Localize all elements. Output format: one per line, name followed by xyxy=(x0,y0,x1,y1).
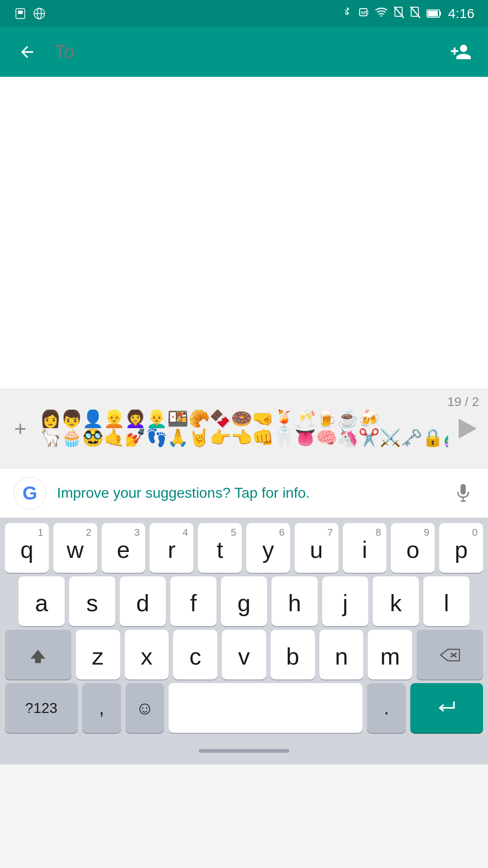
emoji-row-1: 👩👦👤👱👩‍🦱👱‍♂️🍱🥐🍫🍩🤜🍹🥂🍺☕🍻 xyxy=(40,410,380,429)
key-u[interactable]: 7u xyxy=(295,523,338,573)
globe-icon xyxy=(33,7,46,20)
keyboard-row-bottom: ?123 , ☺ . xyxy=(0,683,488,733)
svg-text:NFC: NFC xyxy=(361,10,369,15)
key-k[interactable]: k xyxy=(373,576,419,626)
back-button[interactable] xyxy=(14,38,41,66)
no-sim1-icon xyxy=(394,6,404,21)
key-i[interactable]: 8i xyxy=(343,523,387,573)
nfc-icon: NFC xyxy=(358,7,369,20)
keyboard-row-asdf: a s d f g h j k l xyxy=(0,576,488,626)
key-r[interactable]: 4r xyxy=(150,523,193,573)
emoji-key[interactable]: ☺ xyxy=(126,683,164,733)
google-logo: G xyxy=(14,477,46,509)
no-sim2-icon xyxy=(410,6,420,21)
add-person-icon xyxy=(450,41,472,63)
suggestion-text[interactable]: Improve your suggestions? Tap for info. xyxy=(57,485,441,501)
key-b[interactable]: b xyxy=(271,630,315,679)
keyboard-row-qwerty: 1q 2w 3e 4r 5t 6y 7u 8i 9o 0p xyxy=(0,523,488,573)
key-w[interactable]: 2w xyxy=(53,523,97,573)
key-j[interactable]: j xyxy=(322,576,368,626)
status-time: 4:16 xyxy=(448,6,474,21)
backspace-key[interactable] xyxy=(417,630,483,679)
key-l[interactable]: l xyxy=(423,576,469,626)
add-person-button[interactable] xyxy=(447,38,474,66)
shift-key[interactable] xyxy=(5,630,71,679)
mic-icon[interactable] xyxy=(452,482,474,505)
svg-rect-15 xyxy=(460,484,466,494)
status-bar: NFC 4:16 xyxy=(0,0,488,27)
nav-handle xyxy=(199,749,289,753)
key-n[interactable]: n xyxy=(319,630,364,679)
status-left-icons xyxy=(14,7,46,20)
key-x[interactable]: x xyxy=(125,630,169,679)
key-v[interactable]: v xyxy=(222,630,266,679)
status-right-icons: NFC 4:16 xyxy=(343,6,474,21)
bottom-nav-bar xyxy=(0,737,488,764)
send-triangle-icon xyxy=(459,419,477,439)
bluetooth-icon xyxy=(343,6,352,21)
emoji-plus-button[interactable]: + xyxy=(5,413,36,444)
key-y[interactable]: 6y xyxy=(246,523,290,573)
svg-rect-13 xyxy=(440,12,441,15)
to-input[interactable] xyxy=(54,41,434,63)
emoji-row-2: 🦙🧁🥸🤙💅👣🙏🤘👉👈👊🦷👅🧠🦄✂️⚔️🗝️🔒🧬🫧🪣🧴🧪🔥🆒🆘🆓🆚🈚🈴 xyxy=(40,429,448,448)
key-c[interactable]: c xyxy=(173,630,217,679)
key-z[interactable]: z xyxy=(76,630,120,679)
app-bar xyxy=(0,27,488,77)
space-key[interactable] xyxy=(169,683,362,733)
keyboard: 1q 2w 3e 4r 5t 6y 7u 8i 9o 0p a s d f g … xyxy=(0,518,488,764)
num-switch-key[interactable]: ?123 xyxy=(5,683,78,733)
wifi-icon xyxy=(375,7,388,20)
emoji-scroll-area[interactable]: 👩👦👤👱👩‍🦱👱‍♂️🍱🥐🍫🍩🤜🍹🥂🍺☕🍻 🦙🧁🥸🤙💅👣🙏🤘👉👈👊🦷👅🧠🦄✂️⚔… xyxy=(40,410,448,448)
emoji-count: 19 / 2 xyxy=(447,395,479,409)
key-q[interactable]: 1q xyxy=(5,523,49,573)
svg-rect-1 xyxy=(18,11,23,14)
keyboard-row-zxcv: z x c v b n m xyxy=(0,630,488,679)
key-m[interactable]: m xyxy=(368,630,412,679)
key-g[interactable]: g xyxy=(221,576,267,626)
message-area[interactable] xyxy=(0,77,488,389)
emoji-suggestion-bar: + 👩👦👤👱👩‍🦱👱‍♂️🍱🥐🍫🍩🤜🍹🥂🍺☕🍻 🦙🧁🥸🤙💅👣🙏🤘👉👈👊🦷👅🧠🦄✂… xyxy=(0,389,488,468)
battery-icon xyxy=(427,9,442,19)
emoji-send-button[interactable] xyxy=(452,413,483,444)
svg-rect-14 xyxy=(428,11,438,16)
key-a[interactable]: a xyxy=(19,576,65,626)
back-arrow-icon xyxy=(18,43,36,61)
key-s[interactable]: s xyxy=(69,576,115,626)
comma-key[interactable]: , xyxy=(82,683,121,733)
key-p[interactable]: 0p xyxy=(439,523,483,573)
svg-point-7 xyxy=(380,15,382,17)
key-d[interactable]: d xyxy=(120,576,166,626)
sim-icon xyxy=(14,7,27,20)
return-key[interactable] xyxy=(410,683,483,733)
key-h[interactable]: h xyxy=(272,576,318,626)
key-e[interactable]: 3e xyxy=(102,523,145,573)
key-f[interactable]: f xyxy=(170,576,216,626)
key-o[interactable]: 9o xyxy=(391,523,435,573)
key-t[interactable]: 5t xyxy=(198,523,242,573)
period-key[interactable]: . xyxy=(367,683,406,733)
suggestion-bar[interactable]: G Improve your suggestions? Tap for info… xyxy=(0,468,488,518)
